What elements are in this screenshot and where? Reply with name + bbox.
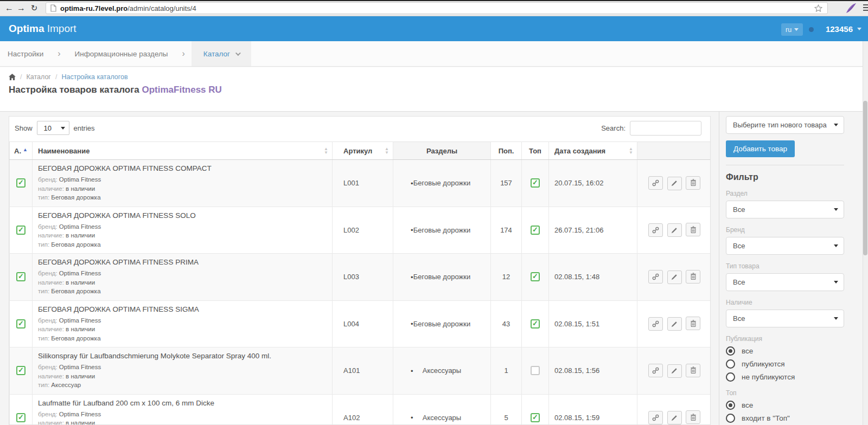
filter-product-type-select[interactable]: Все [726,273,844,291]
page-icon [50,4,56,12]
created-cell: 20.07.15, 16:02 [549,160,637,207]
scrollbar-track[interactable] [863,41,868,425]
edit-button[interactable] [667,364,682,378]
reload-button[interactable]: ↻ [28,2,40,15]
pencil-icon [671,274,678,280]
radio-publication-published[interactable]: публикуются [726,359,856,369]
link-button[interactable] [648,176,663,190]
edit-button[interactable] [667,317,682,331]
link-button[interactable] [648,411,663,424]
filter-label-availability: Наличие [726,299,856,306]
filter-label-product-type: Тип товара [726,262,856,270]
name-cell: БЕГОВАЯ ДОРОЖКА OPTIMA FITNESS PRIMA бре… [33,254,333,301]
actions-cell [637,160,711,207]
name-cell: БЕГОВАЯ ДОРОЖКА OPTIMA FITNESS COMPACT б… [33,160,333,207]
radio-icon [726,372,735,382]
nav-item-catalog[interactable]: Каталог [192,41,251,66]
search-input[interactable] [630,121,701,136]
home-icon[interactable] [9,74,16,80]
product-type: тип: Беговая дорожка [38,193,327,202]
edit-button[interactable] [667,271,682,284]
product-availability: наличие: в наличии [38,231,327,240]
address-bar[interactable]: optima-ru.7level.pro/admin/catalog/units… [46,2,828,14]
chevron-down-icon [61,127,65,130]
top-checkbox[interactable] [531,178,540,188]
product-name: Laufmatte für Laufband 200 cm x 100 cm, … [38,399,327,407]
product-type: тип: Беговая дорожка [38,240,327,249]
bookmark-star-icon[interactable] [814,4,823,13]
col-header-check[interactable]: A.▲ [10,142,33,160]
filter-availability-select[interactable]: Все [726,310,844,327]
user-menu[interactable]: 123456 [826,16,861,41]
radio-publication-all[interactable]: все [726,346,856,356]
top-checkbox[interactable] [531,226,540,235]
link-button[interactable] [648,317,663,331]
top-checkbox[interactable] [531,272,540,281]
filter-brand-select[interactable]: Все [726,237,844,255]
row-checkbox[interactable] [16,178,25,188]
language-selector[interactable]: ru [781,23,803,36]
edit-button[interactable] [667,223,682,237]
created-cell: 02.08.15, 1:59 [549,394,637,425]
radio-publication-unpublished[interactable]: не публикуются [726,372,856,382]
product-brand: бренд: Optima Fitness [38,410,327,419]
product-brand: бренд: Optima Fitness [38,269,327,278]
row-checkbox[interactable] [16,272,25,281]
bullet-icon: • [411,320,413,328]
delete-button[interactable] [686,410,700,424]
scrollbar-thumb[interactable] [863,101,867,255]
breadcrumb-current[interactable]: Настройка каталогов [61,73,127,81]
top-checkbox[interactable] [531,413,540,422]
popularity-cell: 1 [491,347,522,395]
top-checkbox[interactable] [531,366,540,375]
delete-button[interactable] [686,317,700,330]
link-icon [652,414,659,421]
trash-icon [690,179,697,186]
radio-icon [726,359,735,369]
delete-button[interactable] [686,223,700,236]
entries-select[interactable]: 10 [37,121,69,135]
filter-label-top: Топ [726,389,856,397]
url-text: optima-ru.7level.pro/admin/catalog/units… [60,4,814,12]
chevron-down-icon [834,244,838,247]
chevron-down-icon [834,281,838,284]
browser-menu-icon[interactable] [863,4,868,12]
page-title: Настройка товаров каталога OptimaFitness… [9,85,222,95]
new-product-type-select[interactable]: Выберите тип нового товара [726,116,844,134]
link-button[interactable] [648,364,663,377]
edit-button[interactable] [667,411,682,424]
nav-item-settings[interactable]: Настройки [0,41,51,66]
radio-top-in[interactable]: входит в "Топ" [726,414,856,423]
add-product-button[interactable]: Добавить товар [726,140,795,157]
extension-feather-icon[interactable] [845,3,857,14]
row-checkbox[interactable] [16,226,25,235]
delete-button[interactable] [686,364,700,377]
link-button[interactable] [648,223,663,237]
delete-button[interactable] [686,270,700,284]
popularity-cell: 174 [491,207,522,254]
filter-section-select[interactable]: Все [726,201,844,218]
forward-button[interactable]: → [15,2,27,15]
link-button[interactable] [648,270,663,284]
top-checkbox[interactable] [531,319,540,329]
sort-icon: ▲▼ [629,147,633,154]
col-header-name[interactable]: Наименование▲▼ [33,142,333,160]
breadcrumb-catalog[interactable]: Каталог [26,73,50,81]
search-label: Search: [601,124,626,132]
product-brand: бренд: Optima Fitness [38,222,327,231]
edit-button[interactable] [667,177,682,190]
delete-button[interactable] [686,176,700,190]
row-checkbox[interactable] [16,319,25,329]
back-button[interactable]: ← [3,2,15,15]
app-logo[interactable]: Optima Import [9,16,76,41]
col-header-sku[interactable]: Артикул▲▼ [333,142,393,160]
row-checkbox[interactable] [16,413,25,422]
link-icon [652,273,659,280]
top-cell [522,394,549,425]
nav-item-info-sections[interactable]: Информационные разделы [67,41,176,66]
radio-top-all[interactable]: все [726,401,856,410]
row-checkbox[interactable] [16,366,25,375]
popularity-cell: 43 [491,300,522,347]
col-header-created[interactable]: Дата создания▲▼ [549,142,637,160]
product-brand: бренд: Optima Fitness [38,175,327,184]
